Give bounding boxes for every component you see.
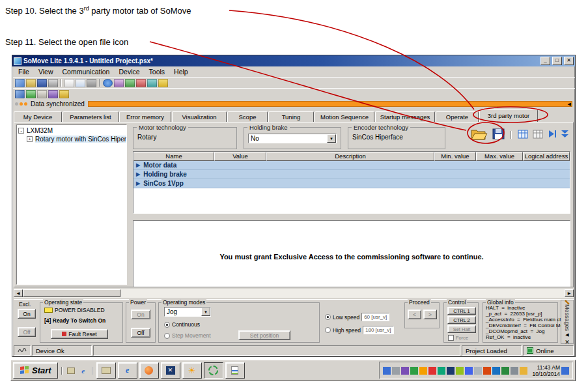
low-speed-value[interactable]: 60 [usr_v] — [361, 313, 389, 321]
low-speed-radio[interactable]: Low speed 60 [usr_v] — [325, 313, 389, 321]
compare-icon[interactable] — [125, 79, 135, 87]
wizard-icon[interactable] — [48, 90, 58, 98]
dropdown-arrow-icon[interactable]: ▼ — [201, 308, 210, 316]
export-icon[interactable] — [87, 79, 96, 87]
tray-icon[interactable] — [483, 367, 491, 375]
table-row[interactable]: ▶ Motor data — [133, 161, 570, 170]
column-min-value[interactable]: Min. value — [434, 152, 476, 161]
radio-icon[interactable] — [325, 327, 331, 333]
tree-node-root[interactable]: - LXM32M — [18, 126, 125, 135]
set-position-button[interactable]: Set position — [238, 330, 290, 340]
column-logical-address[interactable]: Logical address — [523, 152, 570, 161]
power-on-button[interactable]: On — [131, 310, 150, 319]
column-max-value[interactable]: Max. value — [476, 152, 523, 161]
scroll-left-icon[interactable]: ◀ — [14, 289, 23, 297]
fault-reset-button[interactable]: Fault Reset — [51, 329, 108, 339]
tray-icon[interactable] — [383, 367, 391, 375]
tray-icon[interactable] — [465, 367, 473, 375]
menu-view[interactable]: View — [34, 67, 58, 76]
tray-icon[interactable] — [492, 367, 500, 375]
mode-dropdown[interactable]: Jog ▼ — [164, 307, 211, 317]
menu-device[interactable]: Device — [114, 67, 144, 76]
chart-icon[interactable] — [147, 79, 157, 87]
show-desktop-icon[interactable] — [66, 366, 76, 376]
close-button[interactable]: ✕ — [564, 57, 574, 65]
settings-icon[interactable] — [59, 90, 69, 98]
radio-icon[interactable] — [325, 314, 331, 320]
expand-box-icon[interactable]: + — [27, 136, 33, 142]
horizontal-scrollbar[interactable]: ◀ ▶ — [14, 289, 574, 298]
exclusive-on-button[interactable]: On — [18, 309, 36, 319]
save-icon[interactable] — [492, 128, 505, 141]
tray-icon[interactable] — [392, 367, 400, 375]
taskbar-app-explorer[interactable] — [96, 362, 116, 379]
force-checkbox[interactable]: Force — [448, 335, 468, 341]
maximize-button[interactable]: □ — [552, 57, 562, 65]
taskbar-app-close-x[interactable]: ✕ — [161, 362, 180, 379]
new-doc-icon[interactable] — [64, 79, 74, 87]
column-description[interactable]: Description — [266, 152, 434, 161]
open-file-icon[interactable] — [471, 128, 488, 141]
info-icon[interactable] — [103, 79, 113, 87]
menu-file[interactable]: File — [14, 67, 34, 76]
scroll-right-icon[interactable]: ▶ — [565, 289, 574, 297]
step-movement-radio[interactable]: Step Movement — [164, 332, 211, 339]
expand-all-icon[interactable] — [548, 130, 556, 139]
ctrl1-button[interactable]: CTRL 1 — [447, 307, 476, 315]
column-value[interactable]: Value — [214, 152, 266, 161]
taskbar-app-browser[interactable]: e — [118, 362, 137, 379]
taskbar-app-somove[interactable] — [204, 362, 223, 379]
tab-visualization[interactable]: Visualization — [172, 111, 227, 122]
proceed-back-button[interactable]: < — [408, 310, 421, 319]
dropdown-arrow-icon[interactable]: ▼ — [327, 134, 336, 143]
set-halt-button[interactable]: Set Halt — [447, 325, 476, 333]
snapshot-icon[interactable] — [114, 79, 124, 87]
messages-side-tab[interactable]: Messages ◀ ✕ — [561, 300, 574, 344]
tray-icon[interactable] — [447, 367, 455, 375]
start-button[interactable]: Start — [13, 362, 58, 379]
tab-motion-sequence[interactable]: Motion Sequence — [315, 111, 374, 122]
close-messages-icon[interactable]: ✕ — [565, 339, 570, 345]
table-row[interactable]: ▶ Holding brake — [133, 170, 570, 179]
grid-view-icon[interactable] — [518, 130, 528, 140]
taskbar-app-sun[interactable]: ☀ — [182, 362, 202, 379]
menu-help[interactable]: Help — [169, 67, 193, 76]
delete-icon[interactable] — [136, 79, 146, 87]
collapse-all-icon[interactable] — [561, 130, 569, 139]
radio-icon[interactable] — [164, 333, 170, 339]
power-off-button[interactable]: Off — [131, 328, 150, 338]
high-speed-value[interactable]: 180 [usr_v] — [363, 326, 394, 334]
import-icon[interactable] — [76, 79, 85, 87]
connect-icon[interactable] — [15, 79, 25, 87]
tray-icon[interactable] — [438, 367, 445, 375]
tray-icon[interactable] — [419, 367, 427, 375]
tab-tuning[interactable]: Tuning — [268, 111, 314, 122]
tray-icon[interactable] — [520, 367, 527, 375]
proceed-forward-button[interactable]: > — [423, 310, 437, 319]
tray-icon[interactable] — [428, 367, 436, 375]
collapse-arrow-icon[interactable]: ◀ — [565, 332, 568, 338]
row-expand-icon[interactable]: ▶ — [136, 172, 140, 177]
refresh-icon[interactable] — [158, 79, 168, 87]
save-project-icon[interactable] — [37, 79, 47, 87]
minimize-button[interactable]: _ — [540, 57, 550, 65]
continuous-radio[interactable]: Continuous — [164, 321, 200, 328]
tab-parameters-list[interactable]: Parameters list — [63, 111, 119, 122]
table-row[interactable]: ▶ SinCos 1Vpp — [133, 179, 570, 188]
checkbox-icon[interactable] — [448, 335, 454, 341]
taskbar-app-document[interactable] — [225, 362, 245, 379]
print-icon[interactable] — [48, 79, 58, 87]
holding-brake-dropdown[interactable]: No ▼ — [248, 134, 337, 143]
tab-my-device[interactable]: My Device — [14, 111, 62, 122]
grid-edit-icon[interactable] — [533, 130, 543, 140]
ctrl2-button[interactable]: CTRL 2 — [447, 316, 476, 324]
tray-icon[interactable] — [511, 367, 518, 375]
high-speed-radio[interactable]: High speed 180 [usr_v] — [325, 326, 394, 334]
tray-icon[interactable] — [401, 367, 409, 375]
column-name[interactable]: Name — [133, 152, 214, 161]
radio-icon[interactable] — [164, 322, 170, 328]
collapse-box-icon[interactable]: - — [18, 128, 24, 134]
tab-error-memory[interactable]: Error memory — [119, 111, 171, 122]
taskbar-app-orange-ball[interactable] — [139, 362, 159, 379]
tab-scope[interactable]: Scope — [227, 111, 268, 122]
